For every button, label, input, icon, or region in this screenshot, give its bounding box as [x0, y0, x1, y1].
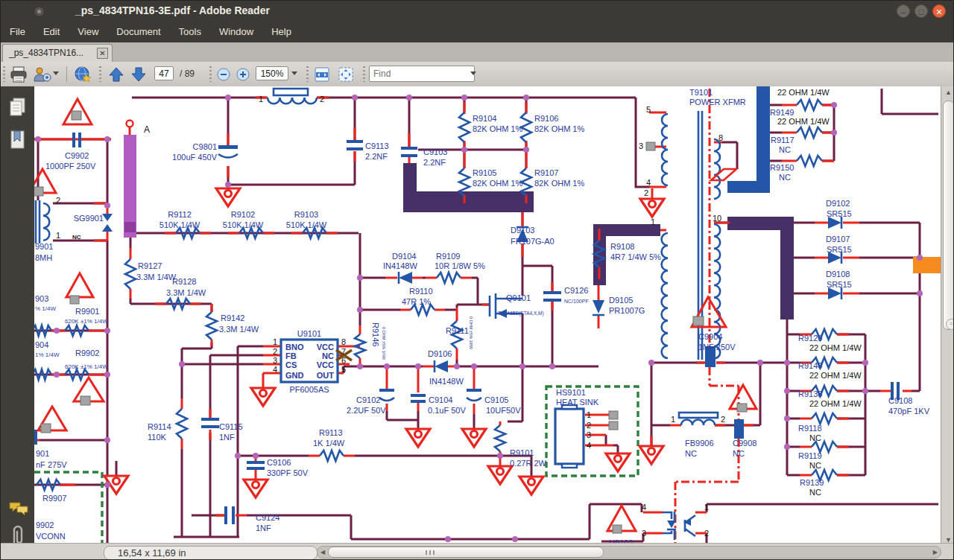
attachments-icon[interactable] [8, 524, 28, 545]
web-button[interactable] [72, 65, 93, 83]
schematic-label: 8 [341, 337, 346, 346]
schematic-label: R9102 [231, 210, 255, 219]
schematic-label: C9908 [733, 439, 756, 448]
schematic-label: R9142 [221, 314, 244, 322]
share-dropdown-arrow[interactable] [53, 71, 59, 75]
schematic-label: R9127 [138, 261, 162, 270]
schematic-label: VCONN [36, 532, 66, 541]
schematic-label: NC [322, 351, 334, 360]
schematic-label: C9902 [65, 151, 89, 160]
horizontal-scrollbar[interactable]: ◀ ▶ [317, 546, 941, 559]
minimize-button[interactable]: – [897, 4, 910, 18]
schematic-label: 22 OHM 1/4W [809, 399, 862, 408]
schematic-label: CS [285, 360, 297, 369]
comments-icon[interactable] [8, 500, 28, 521]
toolbar-separator [66, 66, 67, 82]
schematic-label: NC [733, 449, 745, 458]
schematic-label: 0 OHM ±5% 1/4W [382, 327, 386, 360]
arrow-down-icon [130, 66, 147, 83]
menu-item-document[interactable]: Document [107, 22, 169, 37]
schematic-label: NC [685, 449, 697, 458]
arrow-up-icon [108, 66, 124, 83]
find-dropdown-arrow[interactable] [470, 71, 476, 75]
scroll-left-icon[interactable]: ◀ [320, 549, 325, 556]
schematic-label: C9904 [698, 332, 722, 341]
vertical-scrollbar-thumb[interactable]: = [943, 101, 954, 330]
share-review-button[interactable] [31, 65, 53, 83]
toolbar: 47 / 89 150% [1, 62, 954, 87]
app-icon [35, 7, 43, 16]
document-canvas[interactable]: AC99021000PF 250VSG9901NC2199018MH903% 1… [34, 86, 954, 543]
schematic-label: NC [779, 173, 791, 182]
toolbar-grip [209, 66, 212, 82]
schematic-label: 901 [36, 449, 49, 458]
vertical-scrollbar[interactable]: ▲ = ▼ [941, 86, 954, 550]
minus-circle-icon [217, 68, 230, 81]
schematic-label: HS9101 [556, 388, 586, 397]
schematic-label: 110K [148, 433, 167, 442]
title-bar[interactable]: _ps_4834TPN16-3E.pdf - Adobe Reader – □ … [1, 1, 954, 22]
menu-item-window[interactable]: Window [210, 22, 262, 37]
page-thumbnails-icon[interactable] [8, 97, 28, 118]
menu-item-help[interactable]: Help [262, 22, 300, 37]
find-input[interactable] [369, 66, 475, 82]
schematic-label: C9106 [267, 458, 291, 467]
schematic-label: C9105 [484, 395, 508, 404]
zoom-level-input[interactable]: 150% [256, 66, 288, 80]
page-size-label: 16,54 x 11,69 in [118, 547, 186, 559]
schematic-label: SR515 [827, 209, 852, 218]
zoom-dropdown-arrow[interactable] [291, 71, 297, 75]
bookmarks-icon[interactable] [8, 130, 28, 150]
page-size-panel: 16,54 x 11,69 in [104, 546, 318, 560]
status-bar: 16,54 x 11,69 in ◀ ▶ [1, 543, 954, 560]
zoom-out-button[interactable] [215, 65, 232, 83]
schematic-label: NC/100PF [564, 299, 589, 304]
schematic-label: NC [809, 461, 821, 470]
schematic-label: 1 [704, 503, 709, 512]
schematic-label: VCC [317, 343, 334, 351]
schematic-label: R9110 [409, 287, 433, 296]
scrollbar-grip-icon: = [946, 319, 954, 330]
schematic-label: C9103 [423, 147, 447, 156]
schematic-label: R9101 [510, 448, 534, 457]
print-button[interactable] [8, 65, 29, 83]
schematic-label: 1 [651, 217, 655, 226]
schematic-label: R9140 [798, 361, 822, 370]
menu-item-edit[interactable]: Edit [34, 22, 69, 37]
schematic-label: C9108 [888, 396, 912, 405]
menu-item-tools[interactable]: Tools [170, 22, 210, 37]
schematic-label: 82K OHM 1% [534, 179, 584, 188]
schematic-label: TK6A65D(STA4,X,M) [498, 311, 544, 316]
schematic-label: D9102 [826, 199, 850, 208]
schematic-label: 1 [259, 95, 263, 104]
zoom-in-button[interactable] [235, 65, 251, 83]
tab-close-icon[interactable]: ✕ [97, 48, 108, 59]
warning-triangles [34, 99, 756, 533]
schematic-label: 0 OHM ±5% 1/8W [469, 316, 473, 350]
scroll-right-icon[interactable]: ▶ [933, 549, 938, 556]
document-tab[interactable]: _ps_4834TPN16... ✕ [2, 44, 113, 63]
maximize-button[interactable]: □ [914, 4, 928, 18]
scroll-up-icon[interactable]: ▲ [941, 89, 954, 96]
schematic-label: NC [72, 234, 81, 241]
menu-item-file[interactable]: File [1, 22, 34, 37]
schematic-page: AC99021000PF 250VSG9901NC2199018MH903% 1… [34, 86, 954, 543]
close-button[interactable]: ✕ [932, 4, 946, 18]
horizontal-scrollbar-thumb[interactable] [328, 547, 604, 558]
next-page-button[interactable] [129, 65, 148, 83]
page-number-input[interactable]: 47 [154, 66, 174, 80]
previous-page-button[interactable] [107, 65, 126, 83]
schematic-label: D9103 [511, 226, 534, 235]
fit-page-button[interactable] [336, 65, 356, 83]
schematic-label: 10R 1/8W 5% [435, 261, 485, 270]
schematic-label: 904 [35, 340, 48, 349]
diodes [399, 217, 841, 372]
schematic-label: R9112 [168, 210, 192, 219]
schematic-label: D9105 [609, 296, 633, 305]
schematic-label: D9104 [392, 252, 416, 261]
fit-width-button[interactable] [312, 65, 332, 83]
schematic-label: 0.1uF 50V [428, 406, 466, 415]
schematic-label: C9104 [429, 395, 452, 404]
menu-item-view[interactable]: View [69, 22, 107, 37]
schematic-label: 1000PF 250V [45, 162, 96, 171]
